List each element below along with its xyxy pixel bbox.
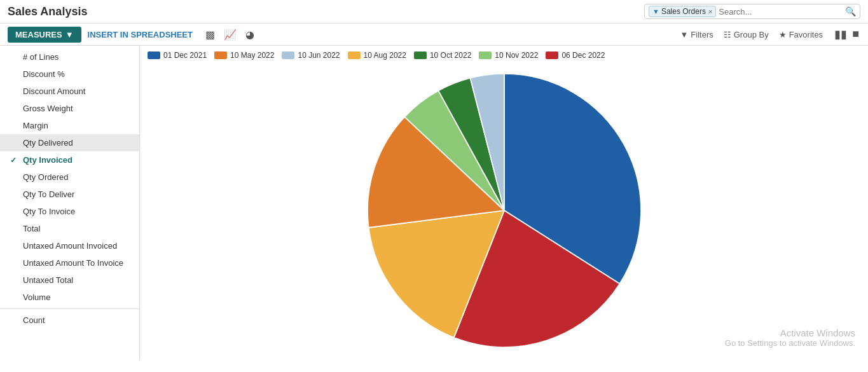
filters-button[interactable]: ▼ Filters xyxy=(680,30,713,39)
measure-item-qty_ordered[interactable]: Qty Ordered xyxy=(0,169,139,186)
pie-chart xyxy=(368,74,641,347)
chart-legend: 01 Dec 202110 May 202210 Jun 202210 Aug … xyxy=(148,51,860,60)
groupby-button[interactable]: ☷ Group By xyxy=(724,30,769,39)
legend-item-dec2021: 01 Dec 2021 xyxy=(148,51,207,60)
view-icons: ▮▮ ■ xyxy=(833,26,860,43)
legend-label-jun2022: 10 Jun 2022 xyxy=(298,51,340,60)
measure-item-margin[interactable]: Margin xyxy=(0,117,139,134)
pie-chart-icon[interactable]: ◕ xyxy=(243,27,257,42)
graph-view-icon[interactable]: ▮▮ xyxy=(833,26,848,43)
measure-label: Untaxed Amount To Invoice xyxy=(23,258,123,268)
measure-label: # of Lines xyxy=(23,52,59,62)
bar-chart-icon[interactable]: ▩ xyxy=(203,27,217,42)
star-icon: ★ xyxy=(779,30,787,39)
measure-label: Volume xyxy=(23,293,50,302)
search-input[interactable] xyxy=(719,7,845,17)
dropdown-arrow-icon: ▼ xyxy=(65,30,74,39)
filter-tag[interactable]: ▼ Sales Orders × xyxy=(649,6,716,17)
legend-label-oct2022: 10 Oct 2022 xyxy=(430,51,471,60)
legend-color-jun2022 xyxy=(282,52,294,59)
measure-label: Margin xyxy=(23,121,48,130)
measure-label: Qty To Invoice xyxy=(23,207,75,216)
measure-label: Qty Ordered xyxy=(23,172,69,182)
measure-item-lines[interactable]: # of Lines xyxy=(0,48,139,65)
measure-item-count[interactable]: Count xyxy=(0,312,139,329)
measure-label: Total xyxy=(23,224,40,233)
legend-label-dec2021: 01 Dec 2021 xyxy=(163,51,207,60)
measure-item-untaxed_total[interactable]: Untaxed Total xyxy=(0,272,139,289)
search-area: ▼ Sales Orders × 🔍 xyxy=(644,4,860,19)
measure-item-untaxed_invoiced[interactable]: Untaxed Amount Invoiced xyxy=(0,237,139,254)
funnel-icon: ▼ xyxy=(652,8,659,15)
measure-item-qty_to_deliver[interactable]: Qty To Deliver xyxy=(0,186,139,203)
legend-color-nov2022 xyxy=(479,52,492,59)
measure-label: Qty Invoiced xyxy=(23,155,72,165)
toolbar: MEASURES ▼ INSERT IN SPREADSHEET ▩ 📈 ◕ ▼… xyxy=(0,24,868,46)
measure-item-volume[interactable]: Volume xyxy=(0,289,139,306)
legend-label-may2022: 10 May 2022 xyxy=(230,51,274,60)
legend-label-nov2022: 10 Nov 2022 xyxy=(495,51,538,60)
groupby-icon: ☷ xyxy=(724,30,731,39)
measures-dropdown: # of LinesDiscount %Discount AmountGross… xyxy=(0,46,140,361)
measure-label: Qty To Deliver xyxy=(23,189,74,199)
app-title: Sales Analysis xyxy=(8,5,644,18)
legend-item-dec2022: 06 Dec 2022 xyxy=(546,51,605,60)
search-icon[interactable]: 🔍 xyxy=(845,6,856,17)
chart-type-icons: ▩ 📈 ◕ xyxy=(203,27,257,42)
legend-item-jun2022: 10 Jun 2022 xyxy=(282,51,340,60)
filter-tag-label: Sales Orders xyxy=(661,7,706,16)
toolbar-right: ▼ Filters ☷ Group By ★ Favorites ▮▮ ■ xyxy=(680,26,860,43)
measure-label: Untaxed Total xyxy=(23,275,73,285)
measure-label: Gross Weight xyxy=(23,104,73,113)
chart-area: 01 Dec 202110 May 202210 Jun 202210 Aug … xyxy=(140,46,868,361)
legend-color-oct2022 xyxy=(414,52,427,59)
legend-label-dec2022: 06 Dec 2022 xyxy=(561,51,605,60)
legend-item-may2022: 10 May 2022 xyxy=(214,51,274,60)
filter-remove-button[interactable]: × xyxy=(708,8,712,15)
app-header: Sales Analysis ▼ Sales Orders × 🔍 xyxy=(0,0,868,24)
legend-label-aug2022: 10 Aug 2022 xyxy=(364,51,406,60)
check-icon: ✓ xyxy=(10,156,19,165)
legend-item-nov2022: 10 Nov 2022 xyxy=(479,51,538,60)
legend-color-dec2021 xyxy=(148,52,160,59)
measure-item-discount_pct[interactable]: Discount % xyxy=(0,65,139,83)
main-content: # of LinesDiscount %Discount AmountGross… xyxy=(0,46,868,361)
measure-label: Qty Delivered xyxy=(23,138,73,148)
menu-separator xyxy=(0,308,139,309)
pie-container xyxy=(148,65,860,355)
legend-color-aug2022 xyxy=(348,52,361,59)
filter-icon: ▼ xyxy=(680,30,688,39)
measure-label: Count xyxy=(23,315,45,325)
measure-item-gross_weight[interactable]: Gross Weight xyxy=(0,100,139,117)
measure-label: Discount % xyxy=(23,69,65,79)
measure-item-total[interactable]: Total xyxy=(0,220,139,237)
measure-item-qty_to_invoice[interactable]: Qty To Invoice xyxy=(0,203,139,220)
measure-item-discount_amount[interactable]: Discount Amount xyxy=(0,83,139,100)
legend-item-oct2022: 10 Oct 2022 xyxy=(414,51,471,60)
insert-spreadsheet-button[interactable]: INSERT IN SPREADSHEET xyxy=(81,27,199,43)
legend-color-may2022 xyxy=(214,52,227,59)
favorites-button[interactable]: ★ Favorites xyxy=(779,30,823,39)
measure-item-untaxed_to_invoice[interactable]: Untaxed Amount To Invoice xyxy=(0,254,139,272)
legend-item-aug2022: 10 Aug 2022 xyxy=(348,51,406,60)
line-chart-icon[interactable]: 📈 xyxy=(221,27,239,42)
measure-label: Untaxed Amount Invoiced xyxy=(23,241,117,251)
measure-item-qty_delivered[interactable]: Qty Delivered xyxy=(0,134,139,151)
measure-item-qty_invoiced[interactable]: ✓Qty Invoiced xyxy=(0,151,139,169)
measures-button[interactable]: MEASURES ▼ xyxy=(8,27,81,43)
legend-color-dec2022 xyxy=(546,52,558,59)
table-view-icon[interactable]: ■ xyxy=(851,26,860,43)
measure-label: Discount Amount xyxy=(23,86,85,96)
